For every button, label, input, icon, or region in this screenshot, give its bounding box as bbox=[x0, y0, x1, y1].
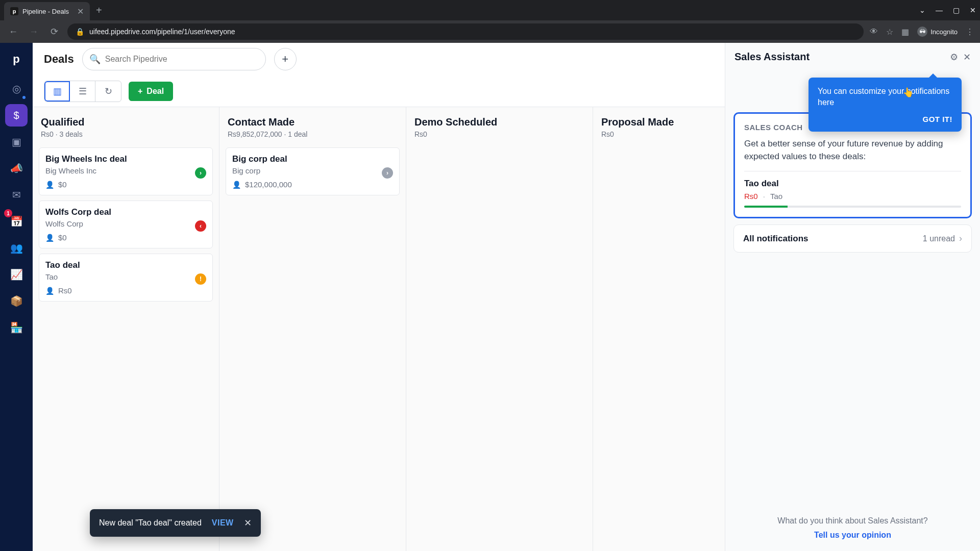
eye-off-icon[interactable]: 👁 bbox=[870, 27, 878, 36]
person-icon: 👤 bbox=[45, 234, 54, 242]
incognito-indicator[interactable]: 🕶 Incognito bbox=[917, 27, 958, 37]
column-subtitle: Rs0 · 3 deals bbox=[41, 130, 211, 138]
list-view-button[interactable]: ☰ bbox=[70, 81, 95, 102]
tabs-dropdown-icon[interactable]: ⌄ bbox=[919, 6, 925, 14]
deal-amount: Rs0 bbox=[58, 286, 72, 295]
url-text: uifeed.pipedrive.com/pipeline/1/user/eve… bbox=[89, 28, 235, 36]
nav-badge: 1 bbox=[4, 209, 12, 217]
coach-text: Get a better sense of your future revenu… bbox=[744, 138, 961, 163]
extensions-icon[interactable]: ▦ bbox=[901, 27, 909, 37]
feedback-question: What do you think about Sales Assistant? bbox=[737, 516, 969, 525]
nav-deals-icon[interactable]: $ bbox=[5, 104, 28, 127]
deal-card[interactable]: Wolfs Corp deal Wolfs Corp ‹ 👤$0 bbox=[39, 201, 213, 248]
view-switch: ▥ ☰ ↻ bbox=[44, 81, 121, 102]
nav-projects-icon[interactable]: ▣ bbox=[5, 131, 28, 153]
maximize-icon[interactable]: ▢ bbox=[953, 6, 960, 14]
lock-icon: 🔒 bbox=[76, 28, 84, 36]
nav-focus-icon[interactable]: ◎ bbox=[5, 78, 28, 100]
browser-tab[interactable]: p Pipeline - Deals ✕ bbox=[4, 2, 90, 20]
column-subtitle: Rs9,852,072,000 · 1 deal bbox=[228, 130, 398, 138]
plus-icon: + bbox=[138, 87, 142, 96]
deal-org: Wolfs Corp bbox=[45, 219, 206, 228]
search-icon: 🔍 bbox=[89, 54, 101, 65]
deal-card[interactable]: Big corp deal Big corp › 👤$120,000,000 bbox=[226, 147, 400, 195]
tooltip-got-it-button[interactable]: GOT IT! bbox=[818, 115, 952, 123]
kebab-menu-icon[interactable]: ⋮ bbox=[966, 27, 974, 37]
deal-title: Big corp deal bbox=[232, 154, 393, 164]
deal-title: Big Wheels Inc deal bbox=[45, 154, 206, 164]
deal-org: Big Wheels Inc bbox=[45, 166, 206, 175]
nav-products-icon[interactable]: 📦 bbox=[5, 290, 28, 312]
incognito-label: Incognito bbox=[930, 28, 958, 36]
incognito-icon: 🕶 bbox=[917, 27, 927, 37]
deal-card[interactable]: Big Wheels Inc deal Big Wheels Inc › 👤$0 bbox=[39, 147, 213, 195]
deal-title: Wolfs Corp deal bbox=[45, 207, 206, 217]
deal-status-icon: › bbox=[195, 167, 206, 179]
all-notifications-row[interactable]: All notifications 1 unread › bbox=[733, 224, 972, 253]
nav-marketplace-icon[interactable]: 🏪 bbox=[5, 316, 28, 339]
minimize-icon[interactable]: — bbox=[936, 6, 943, 14]
deal-org: Big corp bbox=[232, 166, 393, 175]
close-icon[interactable]: ✕ bbox=[963, 52, 971, 63]
deal-card[interactable]: Tao deal Tao ! 👤Rs0 bbox=[39, 254, 213, 302]
pipeline-column[interactable]: QualifiedRs0 · 3 dealsBig Wheels Inc dea… bbox=[33, 107, 219, 551]
browser-tab-strip: p Pipeline - Deals ✕ + ⌄ — ▢ ✕ bbox=[0, 0, 980, 20]
pipeline-column[interactable]: Demo ScheduledRs0 bbox=[406, 107, 593, 551]
assistant-title: Sales Assistant bbox=[734, 51, 810, 63]
url-field[interactable]: 🔒 uifeed.pipedrive.com/pipeline/1/user/e… bbox=[67, 23, 864, 40]
cursor-icon: 👆 bbox=[902, 87, 914, 98]
app-logo[interactable]: p bbox=[6, 49, 27, 69]
nav-insights-icon[interactable]: 📈 bbox=[5, 263, 28, 286]
forward-icon: → bbox=[27, 27, 41, 37]
person-icon: 👤 bbox=[45, 287, 54, 295]
window-controls: ⌄ — ▢ ✕ bbox=[919, 6, 976, 14]
coach-deal-title: Tao deal bbox=[744, 179, 961, 189]
feedback-block: What do you think about Sales Assistant?… bbox=[725, 505, 980, 551]
tab-favicon: p bbox=[10, 7, 18, 15]
person-icon: 👤 bbox=[232, 181, 241, 189]
onboarding-tooltip: You can customize your notifications her… bbox=[808, 78, 962, 132]
deal-title: Tao deal bbox=[45, 260, 206, 270]
all-notif-count: 1 unread bbox=[923, 234, 955, 243]
nav-contacts-icon[interactable]: 👥 bbox=[5, 237, 28, 259]
feedback-link[interactable]: Tell us your opinion bbox=[737, 531, 969, 540]
nav-activities-icon[interactable]: 1📅 bbox=[5, 210, 28, 233]
toast-message: New deal "Tao deal" created bbox=[99, 518, 202, 528]
deal-status-icon: ‹ bbox=[195, 220, 206, 232]
new-tab-button[interactable]: + bbox=[96, 5, 102, 16]
add-deal-button[interactable]: + Deal bbox=[129, 82, 173, 101]
deal-amount: $0 bbox=[58, 233, 67, 242]
deal-status-icon: › bbox=[382, 167, 393, 179]
column-title: Demo Scheduled bbox=[414, 116, 584, 128]
quick-add-button[interactable]: + bbox=[274, 48, 297, 70]
tab-close-icon[interactable]: ✕ bbox=[77, 7, 84, 16]
all-notif-label: All notifications bbox=[743, 234, 808, 244]
column-title: Qualified bbox=[41, 116, 211, 128]
nav-campaigns-icon[interactable]: 📣 bbox=[5, 157, 28, 180]
forecast-view-button[interactable]: ↻ bbox=[95, 81, 121, 102]
back-icon[interactable]: ← bbox=[6, 27, 20, 37]
coach-deal-row[interactable]: Tao deal Rs0 · Tao bbox=[744, 171, 961, 208]
search-input[interactable] bbox=[82, 48, 266, 70]
toast-view-button[interactable]: VIEW bbox=[212, 518, 234, 528]
deal-amount: $0 bbox=[58, 180, 67, 189]
star-icon[interactable]: ☆ bbox=[886, 27, 893, 37]
nav-mail-icon[interactable]: ✉ bbox=[5, 184, 28, 206]
toast-close-icon[interactable]: ✕ bbox=[244, 517, 252, 529]
pipeline-column[interactable]: Contact MadeRs9,852,072,000 · 1 dealBig … bbox=[219, 107, 406, 551]
deal-amount: $120,000,000 bbox=[245, 180, 292, 189]
page-title: Deals bbox=[44, 53, 74, 66]
column-title: Contact Made bbox=[228, 116, 398, 128]
browser-address-bar: ← → ⟳ 🔒 uifeed.pipedrive.com/pipeline/1/… bbox=[0, 20, 980, 43]
person-icon: 👤 bbox=[45, 181, 54, 189]
gear-icon[interactable]: ⚙ bbox=[950, 52, 958, 63]
window-close-icon[interactable]: ✕ bbox=[970, 6, 976, 14]
pipeline-view-button[interactable]: ▥ bbox=[44, 81, 70, 102]
coach-deal-amount: Rs0 bbox=[744, 192, 758, 201]
tooltip-text: You can customize your notifications her… bbox=[818, 86, 952, 109]
sales-assistant-panel: Sales Assistant ⚙ ✕ You can customize yo… bbox=[725, 43, 980, 551]
add-deal-label: Deal bbox=[146, 87, 164, 96]
column-subtitle: Rs0 bbox=[414, 130, 584, 138]
deal-status-icon: ! bbox=[195, 273, 206, 285]
reload-icon[interactable]: ⟳ bbox=[47, 26, 61, 37]
